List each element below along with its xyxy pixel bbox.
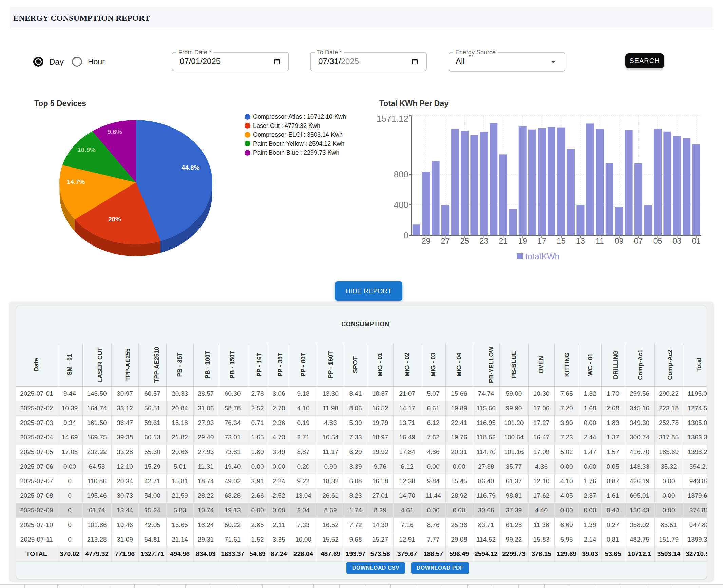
svg-text:21: 21 [499,237,508,246]
svg-text:1571.12: 1571.12 [377,114,408,124]
svg-text:800: 800 [394,169,408,179]
svg-text:11: 11 [596,237,604,246]
svg-text:19: 19 [518,237,527,246]
svg-text:05: 05 [653,237,662,246]
svg-text:03: 03 [673,237,682,246]
svg-text:29: 29 [422,237,431,246]
svg-text:17: 17 [537,237,546,246]
svg-text:09: 09 [615,237,624,246]
svg-text:totalKWh: totalKWh [525,252,559,261]
svg-text:400: 400 [394,200,408,210]
svg-text:01: 01 [692,237,701,246]
svg-text:25: 25 [460,237,469,246]
svg-text:15: 15 [557,237,566,246]
svg-text:23: 23 [480,237,489,246]
svg-text:07: 07 [634,237,643,246]
svg-text:0: 0 [404,230,408,240]
svg-text:27: 27 [441,237,450,246]
svg-text:13: 13 [576,237,585,246]
